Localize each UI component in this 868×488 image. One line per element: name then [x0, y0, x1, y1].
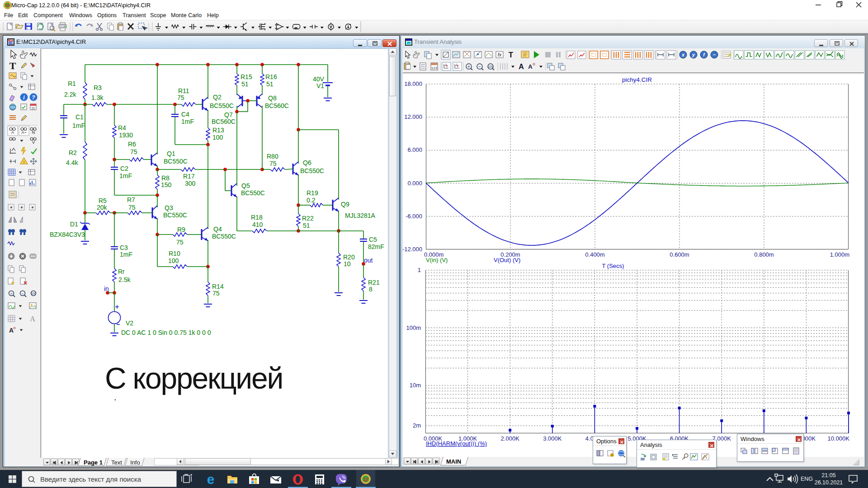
- svg-text:Q9: Q9: [341, 201, 349, 208]
- svg-text:x: x: [681, 52, 685, 57]
- svg-text:12.000: 12.000: [404, 113, 422, 120]
- svg-text:BC550C: BC550C: [210, 102, 234, 109]
- svg-text:10m: 10m: [410, 382, 421, 389]
- svg-text:R3: R3: [94, 84, 102, 91]
- svg-text:BC550C: BC550C: [163, 211, 187, 219]
- svg-text:R17: R17: [183, 173, 195, 180]
- svg-text:V(Out) (V): V(Out) (V): [494, 257, 520, 263]
- svg-text:100: 100: [31, 292, 36, 295]
- svg-text:R14: R14: [212, 283, 224, 290]
- svg-text:18.000: 18.000: [404, 80, 422, 87]
- svg-text:R9: R9: [177, 226, 185, 233]
- svg-text:0.2: 0.2: [307, 197, 316, 204]
- svg-text:V1: V1: [316, 82, 324, 89]
- svg-text:75: 75: [128, 204, 136, 211]
- svg-text:ENG: ENG: [801, 476, 813, 482]
- svg-text:R5: R5: [99, 197, 107, 204]
- svg-text:-6.000: -6.000: [406, 213, 422, 220]
- svg-text:4.4k: 4.4k: [66, 159, 78, 166]
- svg-text:1: 1: [418, 267, 421, 273]
- svg-text:.: .: [114, 392, 117, 402]
- svg-text:82mF: 82mF: [368, 243, 384, 250]
- svg-text:A: A: [11, 130, 14, 135]
- svg-text:1930: 1930: [119, 131, 133, 139]
- svg-text:3.000K: 3.000K: [543, 435, 562, 442]
- svg-text:100: 100: [212, 134, 223, 141]
- svg-text:1.3k: 1.3k: [91, 94, 104, 101]
- svg-text:Q6: Q6: [303, 159, 311, 166]
- svg-text:40V: 40V: [313, 75, 325, 83]
- svg-text:BC550C: BC550C: [164, 158, 188, 165]
- svg-text:0.600m: 0.600m: [670, 251, 689, 258]
- svg-text:R11: R11: [178, 87, 189, 94]
- svg-text:2.2k: 2.2k: [64, 91, 76, 98]
- svg-text:2.000K: 2.000K: [501, 435, 520, 442]
- svg-text:R7: R7: [127, 196, 135, 203]
- svg-text:A~: A~: [21, 130, 26, 135]
- svg-text:+: +: [467, 64, 470, 69]
- svg-text:R21: R21: [368, 279, 380, 286]
- svg-text:Q3: Q3: [165, 204, 173, 211]
- svg-text:R8: R8: [161, 174, 170, 182]
- svg-text:0.000: 0.000: [407, 180, 422, 187]
- svg-text:C5: C5: [369, 236, 377, 243]
- svg-text:75: 75: [176, 239, 184, 246]
- svg-text:51: 51: [241, 80, 249, 88]
- svg-text:BC550C: BC550C: [212, 233, 236, 240]
- svg-text:?: ?: [32, 94, 35, 101]
- svg-text:Q1: Q1: [167, 150, 175, 157]
- svg-text:10.000K: 10.000K: [828, 435, 850, 442]
- svg-text:12: 12: [363, 477, 368, 482]
- svg-text:R22: R22: [302, 215, 314, 222]
- svg-text:R2: R2: [69, 149, 77, 156]
- svg-text:V: V: [32, 140, 35, 145]
- svg-text:R15: R15: [241, 73, 252, 80]
- svg-text:BC560C: BC560C: [212, 118, 236, 125]
- svg-text:1mF: 1mF: [181, 118, 194, 125]
- svg-text:y: y: [692, 52, 695, 57]
- svg-text:75: 75: [177, 94, 184, 101]
- svg-text:pichy4.CIR: pichy4.CIR: [622, 76, 652, 83]
- svg-text:С коррекцией: С коррекцией: [105, 361, 283, 395]
- svg-text:BC550C: BC550C: [300, 167, 324, 174]
- svg-text:21:05: 21:05: [821, 472, 835, 479]
- svg-text:A: A: [30, 315, 35, 323]
- svg-text:20k: 20k: [97, 204, 108, 211]
- svg-text:1mF: 1mF: [72, 122, 85, 129]
- svg-text:75: 75: [212, 290, 220, 297]
- svg-text:A: A: [9, 327, 14, 334]
- svg-text:51: 51: [266, 80, 274, 88]
- svg-text:2.5k: 2.5k: [118, 276, 131, 283]
- svg-text:R13: R13: [212, 127, 224, 134]
- svg-text:Q2: Q2: [213, 94, 222, 101]
- svg-text:−: −: [713, 52, 716, 57]
- svg-text:out: out: [364, 257, 373, 264]
- svg-text:C3: C3: [120, 244, 128, 251]
- svg-text:BZX84C3V3: BZX84C3V3: [50, 231, 85, 238]
- svg-text:10: 10: [344, 260, 351, 267]
- svg-text:300: 300: [185, 180, 196, 187]
- svg-text:!: !: [24, 160, 25, 164]
- svg-text:N: N: [32, 130, 35, 135]
- svg-text:2m: 2m: [413, 422, 421, 429]
- svg-text:e: e: [207, 472, 215, 487]
- svg-text:0.400m: 0.400m: [585, 251, 604, 258]
- svg-text:C2: C2: [120, 165, 128, 172]
- svg-text:100: 100: [168, 257, 179, 264]
- svg-text:R1: R1: [68, 80, 76, 87]
- svg-text:75: 75: [269, 160, 277, 167]
- svg-text:DC 0 AC 1 0 Sin 0 0.75 1k 0 0: DC 0 AC 1 0 Sin 0 0.75 1k 0 0 0: [121, 329, 211, 336]
- svg-text:Q4: Q4: [213, 225, 222, 233]
- svg-text:R18: R18: [251, 214, 263, 221]
- svg-text:BC550C: BC550C: [241, 189, 265, 197]
- svg-text:26.10.2021: 26.10.2021: [815, 479, 843, 486]
- svg-text:12: 12: [5, 3, 9, 8]
- svg-text:MJL3281A: MJL3281A: [345, 212, 376, 219]
- svg-text:C1: C1: [75, 113, 84, 121]
- svg-text:−: −: [21, 291, 24, 296]
- svg-text:Q5: Q5: [241, 182, 250, 189]
- svg-text:+: +: [10, 291, 12, 296]
- svg-text:100: 100: [488, 65, 493, 68]
- svg-text:123: 123: [431, 66, 438, 70]
- svg-text:51: 51: [303, 222, 310, 229]
